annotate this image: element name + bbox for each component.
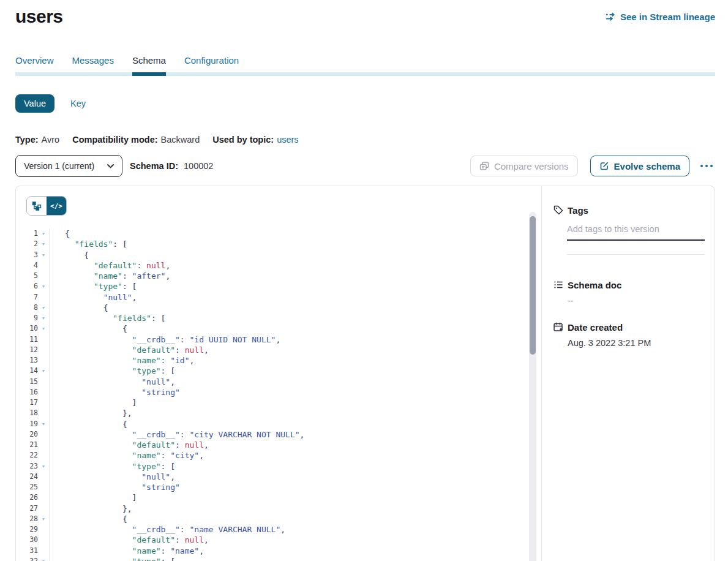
fold-gutter <box>38 492 50 503</box>
add-tags-input[interactable] <box>567 224 705 241</box>
code-line: 28▾ { <box>16 514 541 524</box>
editor-scrollbar-track[interactable] <box>529 212 536 561</box>
code-view-button[interactable]: </> <box>47 197 66 215</box>
code-line: 27 }, <box>16 503 541 514</box>
fold-toggle-icon[interactable]: ▾ <box>38 239 50 249</box>
fold-gutter <box>38 260 50 271</box>
code-line: 5 "name": "after", <box>16 271 541 281</box>
fold-toggle-icon[interactable]: ▾ <box>38 366 50 376</box>
line-number: 8 <box>16 303 38 313</box>
line-number: 12 <box>16 345 38 355</box>
schema-doc-value: -- <box>568 296 705 306</box>
more-options-button[interactable] <box>698 162 715 170</box>
fold-gutter <box>38 271 50 281</box>
fold-gutter <box>38 440 50 450</box>
line-number: 15 <box>16 377 38 387</box>
code-line: 7 "null", <box>16 292 541 303</box>
schema-metadata-sidebar: Tags Schema doc -- <box>541 186 715 561</box>
code-line: 14▾ "type": [ <box>16 366 541 376</box>
line-number: 17 <box>16 397 38 408</box>
code-text: "type": [ <box>65 461 175 472</box>
code-line: 30 "default": null, <box>16 535 541 545</box>
schema-detail-panel: </> 1▾{2▾ "fields": [3▾ {4 "default": nu… <box>15 186 715 561</box>
list-icon <box>553 279 564 290</box>
date-created-value: Aug. 3 2022 3:21 PM <box>568 338 705 348</box>
version-bar: Version 1 (current) Schema ID: 100002 Co… <box>15 155 715 177</box>
compare-versions-icon <box>479 161 489 171</box>
compare-versions-button[interactable]: Compare versions <box>470 156 578 176</box>
meta-value-link[interactable]: users <box>277 135 298 145</box>
line-number: 18 <box>16 408 38 418</box>
line-number: 32 <box>16 556 38 561</box>
tab-configuration[interactable]: Configuration <box>184 55 239 76</box>
tree-view-button[interactable] <box>27 197 47 215</box>
tab-track <box>15 72 715 76</box>
fold-toggle-icon[interactable]: ▾ <box>38 419 50 429</box>
line-number: 5 <box>16 271 38 281</box>
fold-gutter <box>38 408 50 418</box>
line-number: 23 <box>16 461 38 472</box>
fold-toggle-icon[interactable]: ▾ <box>38 250 50 260</box>
code-line: 25 "string" <box>16 482 541 492</box>
code-line: 31 "name": "name", <box>16 546 541 556</box>
line-number: 25 <box>16 482 38 492</box>
fold-toggle-icon[interactable]: ▾ <box>38 228 50 239</box>
tab-schema[interactable]: Schema <box>132 55 166 76</box>
key-toggle-button[interactable]: Key <box>70 99 86 108</box>
code-line: 23▾ "type": [ <box>16 461 541 472</box>
code-line: 18 }, <box>16 408 541 418</box>
fold-toggle-icon[interactable]: ▾ <box>38 313 50 323</box>
code-text: "default": null, <box>65 535 209 545</box>
code-text: "type": [ <box>65 281 137 292</box>
meta-label: Type: <box>15 135 39 145</box>
code-line: 8▾ { <box>16 303 541 313</box>
code-line: 9▾ "fields": [ <box>16 313 541 323</box>
see-in-stream-lineage-link[interactable]: See in Stream lineage <box>604 11 715 23</box>
code-text: { <box>65 250 89 260</box>
line-number: 21 <box>16 440 38 450</box>
fold-toggle-icon[interactable]: ▾ <box>38 281 50 292</box>
code-line: 2▾ "fields": [ <box>16 239 541 249</box>
code-line: 21 "default": null, <box>16 440 541 450</box>
fold-gutter <box>38 482 50 492</box>
meta-value: Avro <box>42 135 60 145</box>
edit-icon <box>599 161 609 171</box>
fold-toggle-icon[interactable]: ▾ <box>38 556 50 561</box>
code-text: "null", <box>65 292 137 303</box>
schema-page: users See in Stream lineage OverviewMess… <box>0 0 728 561</box>
fold-toggle-icon[interactable]: ▾ <box>38 323 50 334</box>
code-text: "name": "city", <box>65 450 204 461</box>
code-view-icon: </> <box>50 202 62 210</box>
code-text: { <box>65 323 127 334</box>
code-text: "default": null, <box>65 260 170 271</box>
code-line: 26 ] <box>16 492 541 503</box>
fold-toggle-icon[interactable]: ▾ <box>38 461 50 472</box>
code-line: 3▾ { <box>16 250 541 260</box>
line-number: 22 <box>16 450 38 461</box>
tree-view-icon <box>32 201 42 211</box>
line-number: 16 <box>16 387 38 397</box>
code-text: "string" <box>65 482 180 492</box>
tab-messages[interactable]: Messages <box>72 55 114 76</box>
code-text: }, <box>65 503 132 514</box>
code-text: "name": "after", <box>65 271 170 281</box>
schema-id-value: 100002 <box>184 161 213 171</box>
value-toggle-button[interactable]: Value <box>15 94 54 113</box>
line-number: 2 <box>16 239 38 249</box>
meta-item: Compatibility mode:Backward <box>72 135 200 145</box>
schema-id: Schema ID: 100002 <box>130 161 213 171</box>
value-key-toggle: Value Key <box>15 94 715 113</box>
code-text: "type": [ <box>65 366 175 376</box>
fold-gutter <box>38 355 50 366</box>
version-select[interactable]: Version 1 (current) <box>15 155 122 177</box>
fold-gutter <box>38 334 50 345</box>
tab-overview[interactable]: Overview <box>15 55 54 76</box>
fold-toggle-icon[interactable]: ▾ <box>38 514 50 524</box>
evolve-schema-button[interactable]: Evolve schema <box>590 156 689 176</box>
editor-scrollbar-thumb[interactable] <box>530 216 536 355</box>
line-number: 6 <box>16 281 38 292</box>
schema-meta-row: Type:AvroCompatibility mode:BackwardUsed… <box>15 135 715 145</box>
fold-gutter <box>38 387 50 397</box>
fold-gutter <box>38 377 50 387</box>
fold-toggle-icon[interactable]: ▾ <box>38 303 50 313</box>
